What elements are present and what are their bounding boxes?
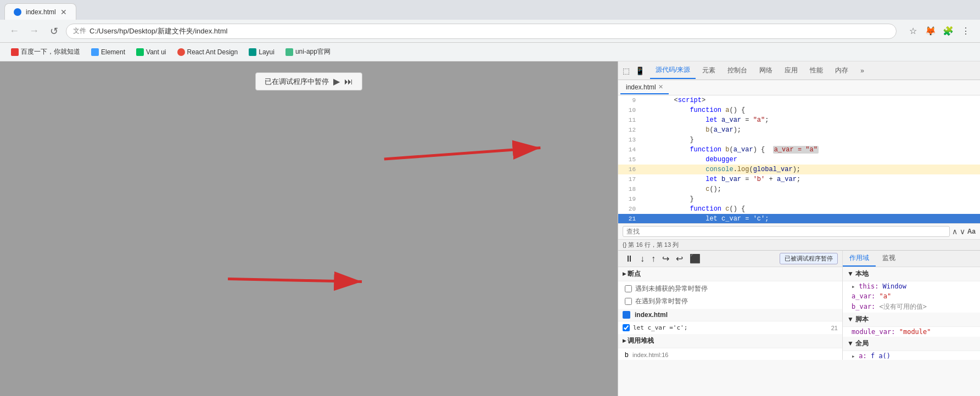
devtools-tab-more[interactable]: » — [855, 64, 870, 78]
dbg-stop-btn[interactable]: ⬛ — [687, 252, 703, 265]
file-section-header[interactable]: index.html — [618, 309, 842, 321]
bookmark-vant-label: Vant ui — [146, 48, 166, 56]
content-area: 已在调试程序中暂停 ▶ ⏭ — [0, 61, 980, 396]
line-num-14: 14 — [618, 146, 640, 153]
devtools-tabs-bar: ⬚ 📱 源代码/来源 元素 控制台 网络 应用 性能 内存 » — [618, 61, 980, 80]
dbg-step-out-btn[interactable]: ↪ — [660, 252, 671, 265]
bookmark-layui[interactable]: Layui — [244, 46, 279, 58]
file-tab-close[interactable]: ✕ — [658, 83, 663, 90]
menu-button[interactable]: ⋮ — [958, 24, 973, 39]
call-stack-title: ▸ 调用堆栈 — [623, 336, 654, 346]
local-scope-title: ▼ 本地 — [847, 269, 869, 279]
code-line-15: 15 debugger — [618, 155, 980, 165]
annotation-arrows — [0, 61, 618, 396]
code-editor[interactable]: 9 <script> 10 function a() { 11 let a_ — [618, 95, 980, 223]
scope-a-var: a_var: "a" — [843, 291, 980, 301]
debug-step-button[interactable]: ⏭ — [344, 77, 353, 87]
line-num-19: 19 — [618, 196, 640, 202]
extensions-button[interactable]: 🧩 — [940, 24, 956, 39]
global-scope-header[interactable]: ▼ 全局 — [843, 337, 980, 351]
file-tab-label: index.html — [626, 83, 656, 91]
back-button[interactable]: ← — [7, 24, 22, 39]
code-line-11: 11 let a_var = "a"; — [618, 115, 980, 125]
code-content-15: debugger — [640, 156, 980, 163]
devtools-tab-network[interactable]: 网络 — [754, 63, 778, 78]
debug-play-button[interactable]: ▶ — [333, 76, 340, 87]
line-num-18: 18 — [618, 186, 640, 193]
code-line-14: 14 function b(a_var) { a_var = "a" — [618, 145, 980, 155]
code-content-21: let c_var = 'c'; — [640, 215, 980, 223]
svg-line-2 — [384, 148, 541, 159]
breakpoints-section-header[interactable]: ▸ 断点 — [618, 267, 842, 281]
browser-ext-button[interactable]: 🦊 — [923, 24, 938, 39]
dbg-deactivate-btn[interactable]: ↩ — [674, 252, 685, 265]
code-line-12: 12 b(a_var); — [618, 125, 980, 135]
search-input[interactable] — [623, 226, 950, 237]
scope-a-fn: ▸ a: f a() — [843, 351, 980, 360]
bookmark-element[interactable]: Element — [87, 46, 130, 58]
scope-tab-scope[interactable]: 作用域 — [843, 251, 876, 267]
bookmark-vant-icon — [136, 48, 144, 56]
search-prev-button[interactable]: ∧ — [952, 227, 957, 236]
code-line-17: 17 let b_var = 'b' + a_var; — [618, 174, 980, 184]
refresh-button[interactable]: ↺ — [46, 24, 61, 39]
devtools-left-icons: ⬚ 📱 — [620, 64, 647, 77]
scope-b-var: b_var: <没有可用的值> — [843, 301, 980, 313]
devtools-tab-performance[interactable]: 性能 — [804, 63, 828, 78]
line-num-9: 9 — [618, 97, 640, 104]
bookmark-vant[interactable]: Vant ui — [132, 46, 170, 58]
scope-tab-watch[interactable]: 监视 — [876, 251, 902, 267]
line-num-15: 15 — [618, 156, 640, 163]
local-scope-header[interactable]: ▼ 本地 — [843, 267, 980, 281]
status-bar: {} 第 16 行，第 13 列 — [618, 239, 980, 250]
line-num-13: 13 — [618, 137, 640, 143]
tab-close-button[interactable]: ✕ — [60, 8, 67, 16]
browser-chrome: index.html ✕ ← → ↺ 文件 C:/Users/hp/Deskto… — [0, 0, 980, 396]
global-scope-content: ▸ a: f a() ▸ alert: f alert() — [843, 351, 980, 360]
script-scope-title: ▼ 脚本 — [847, 315, 869, 324]
scope-tabs: 作用域 监视 — [843, 251, 980, 267]
file-tab-index[interactable]: index.html ✕ — [620, 81, 669, 94]
bookmark-react-ant[interactable]: React Ant Design — [173, 46, 243, 58]
code-content-18: c(); — [640, 185, 980, 193]
file-bp-code: let c_var ='c'; — [633, 324, 828, 331]
file-bp-icon — [623, 311, 630, 319]
bookmark-baidu[interactable]: 百度一下，你就知道 — [7, 45, 85, 59]
browser-tab[interactable]: index.html ✕ — [4, 3, 76, 20]
call-stack-content: b index.html:16 a index.html:12 — [618, 348, 842, 360]
debugger-banner-text: 已在调试程序中暂停 — [265, 77, 329, 87]
dbg-step-into-btn[interactable]: ↑ — [649, 253, 658, 265]
dbg-step-over-btn[interactable]: ↓ — [638, 253, 647, 265]
bookmark-react-ant-icon — [177, 48, 185, 56]
dbg-pause-btn[interactable]: ⏸ — [623, 253, 636, 265]
devtools-tab-elements[interactable]: 元素 — [697, 63, 721, 78]
devtools-inspect-button[interactable]: ⬚ — [620, 64, 632, 77]
bookmark-layui-icon — [249, 48, 256, 56]
devtools-tab-memory[interactable]: 内存 — [830, 63, 854, 78]
devtools-tab-console[interactable]: 控制台 — [722, 63, 753, 78]
devtools-device-button[interactable]: 📱 — [633, 64, 647, 77]
url-security: 文件 — [73, 26, 86, 36]
code-content-12: b(a_var); — [640, 126, 980, 134]
devtools-tab-sources[interactable]: 源代码/来源 — [650, 62, 696, 79]
line-num-12: 12 — [618, 127, 640, 133]
search-next-button[interactable]: ∨ — [960, 227, 965, 236]
breakpoints-content: 遇到未捕获的异常时暂停 在遇到异常时暂停 — [618, 281, 842, 309]
bp-caught-checkbox[interactable] — [625, 298, 632, 305]
line-num-21: 21 — [618, 216, 640, 222]
line-num-20: 20 — [618, 206, 640, 212]
bookmark-star-button[interactable]: ☆ — [905, 24, 921, 39]
call-stack-b[interactable]: b index.html:16 — [618, 349, 842, 360]
bookmark-uniapp[interactable]: uni-app官网 — [281, 45, 335, 59]
code-content-10: function a() { — [640, 106, 980, 114]
forward-button[interactable]: → — [26, 24, 42, 39]
script-scope-header[interactable]: ▼ 脚本 — [843, 313, 980, 327]
file-bp-checkbox[interactable] — [623, 324, 630, 331]
bookmark-layui-label: Layui — [259, 48, 275, 56]
bp-uncaught-checkbox[interactable] — [625, 285, 632, 292]
tab-favicon — [14, 8, 21, 16]
bookmark-element-label: Element — [101, 48, 125, 56]
devtools-tab-application[interactable]: 应用 — [779, 63, 803, 78]
url-bar[interactable]: 文件 C:/Users/hp/Desktop/新建文件夹/index.html — [66, 24, 897, 39]
call-stack-header[interactable]: ▸ 调用堆栈 — [618, 334, 842, 348]
